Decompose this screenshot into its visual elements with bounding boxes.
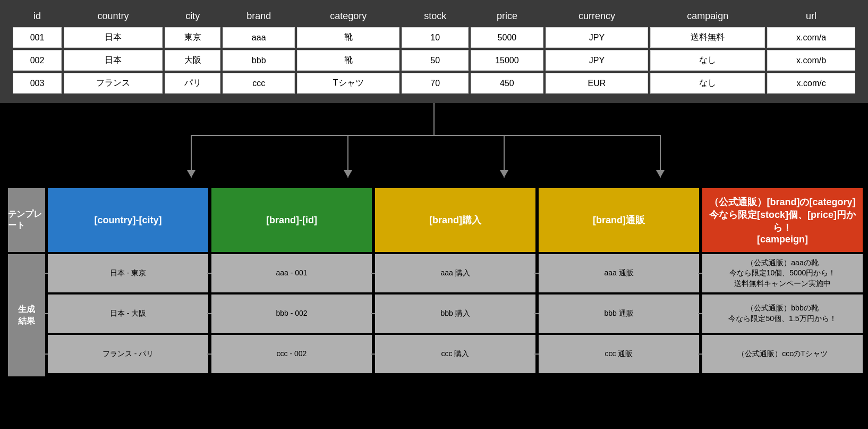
column-block-3: [brand]通販aaa 通販bbb 通販ccc 通販	[539, 188, 699, 376]
table-header-brand: brand	[223, 7, 295, 25]
result-cell-3-2: ccc 通販	[539, 335, 699, 373]
table-cell-1-5: 50	[402, 50, 469, 71]
table-cell-1-0: 002	[13, 50, 62, 71]
table-header-price: price	[471, 7, 543, 25]
result-cell-0-1: 日本 - 大阪	[48, 295, 208, 333]
table-header-row: idcountrycitybrandcategorystockpricecurr…	[13, 7, 855, 25]
column-block-1: [brand]-[id]aaa - 001bbb - 002ccc - 002	[211, 188, 372, 376]
template-label: テンプレート	[8, 188, 45, 252]
table-cell-2-0: 003	[13, 73, 62, 94]
table-header-country: country	[64, 7, 163, 25]
table-cell-2-1: フランス	[64, 73, 163, 94]
result-cell-2-1: bbb 購入	[375, 295, 535, 333]
table-cell-1-3: bbb	[223, 50, 295, 71]
table-header-url: url	[767, 7, 855, 25]
table-cell-1-4: 靴	[297, 50, 399, 71]
table-cell-0-8: 送料無料	[650, 27, 765, 48]
arrow-drop-3	[504, 135, 505, 178]
table-cell-2-9: x.com/c	[767, 73, 855, 94]
template-cell-1: [brand]-[id]	[211, 188, 372, 252]
result-cell-1-0: aaa - 001	[211, 254, 372, 292]
table-row-2: 003フランスパリcccTシャツ70450EURなしx.com/c	[13, 73, 855, 94]
columns-container: [country]-[city]日本 - 東京日本 - 大阪フランス - パリ[…	[48, 188, 863, 376]
table-cell-0-9: x.com/a	[767, 27, 855, 48]
table-cell-2-4: Tシャツ	[297, 73, 399, 94]
table-cell-0-4: 靴	[297, 27, 399, 48]
results-label: 生成結果	[8, 254, 45, 376]
result-cell-0-2: フランス - パリ	[48, 335, 208, 373]
bottom-section: テンプレート 生成結果 [country]-[city]日本 - 東京日本 - …	[0, 188, 868, 376]
arrow-head-3	[500, 170, 508, 178]
label-column: テンプレート 生成結果	[5, 188, 48, 376]
arrow-section	[0, 103, 868, 188]
table-cell-0-6: 5000	[471, 27, 543, 48]
result-cell-2-0: aaa 購入	[375, 254, 535, 292]
table-cell-2-7: EUR	[546, 73, 648, 94]
table-body: 001日本東京aaa靴105000JPY送料無料x.com/a002日本大阪bb…	[13, 27, 855, 94]
table-cell-0-5: 10	[402, 27, 469, 48]
table-header-city: city	[165, 7, 220, 25]
result-cell-3-1: bbb 通販	[539, 295, 699, 333]
table-cell-1-1: 日本	[64, 50, 163, 71]
table-cell-0-7: JPY	[546, 27, 648, 48]
result-cell-2-2: ccc 購入	[375, 335, 535, 373]
arrow-container	[0, 103, 868, 188]
template-cell-2: [brand]購入	[375, 188, 535, 252]
table-cell-2-8: なし	[650, 73, 765, 94]
result-cell-1-2: ccc - 002	[211, 335, 372, 373]
table-cell-1-8: なし	[650, 50, 765, 71]
table-cell-0-2: 東京	[165, 27, 220, 48]
horizontal-connector-line	[191, 135, 659, 136]
table-header-stock: stock	[402, 7, 469, 25]
table-header-currency: currency	[546, 7, 648, 25]
top-data-table-section: idcountrycitybrandcategorystockpricecurr…	[0, 0, 868, 103]
table-row-0: 001日本東京aaa靴105000JPY送料無料x.com/a	[13, 27, 855, 48]
arrow-head-2	[344, 170, 352, 178]
result-cell-3-0: aaa 通販	[539, 254, 699, 292]
table-cell-0-0: 001	[13, 27, 62, 48]
arrow-head-1	[187, 170, 195, 178]
table-cell-1-9: x.com/b	[767, 50, 855, 71]
template-cell-3: [brand]通販	[539, 188, 699, 252]
table-cell-0-1: 日本	[64, 27, 163, 48]
data-table: idcountrycitybrandcategorystockpricecurr…	[11, 5, 857, 96]
table-cell-2-3: ccc	[223, 73, 295, 94]
table-cell-1-2: 大阪	[165, 50, 220, 71]
result-cell-4-1: （公式通販）bbbの靴 今なら限定50個、1.5万円から！	[702, 295, 863, 333]
table-cell-1-6: 15000	[471, 50, 543, 71]
table-cell-1-7: JPY	[546, 50, 648, 71]
arrow-drop-4	[660, 135, 661, 178]
arrow-head-4	[656, 170, 665, 178]
template-cell-0: [country]-[city]	[48, 188, 208, 252]
main-vertical-line	[433, 103, 435, 135]
table-cell-2-6: 450	[471, 73, 543, 94]
result-cell-1-1: bbb - 002	[211, 295, 372, 333]
result-cell-4-2: （公式通販）cccのTシャツ	[702, 335, 863, 373]
column-block-2: [brand]購入aaa 購入bbb 購入ccc 購入	[375, 188, 535, 376]
table-header-category: category	[297, 7, 399, 25]
arrow-drop-2	[347, 135, 348, 178]
table-cell-0-3: aaa	[223, 27, 295, 48]
result-cell-4-0: （公式通販）aaaの靴 今なら限定10個、5000円から！ 送料無料キャンペーン…	[702, 254, 863, 292]
table-row-1: 002日本大阪bbb靴5015000JPYなしx.com/b	[13, 50, 855, 71]
table-header-campaign: campaign	[650, 7, 765, 25]
template-cell-4: （公式通販）[brand]の[category] 今なら限定[stock]個、[…	[702, 188, 863, 252]
result-cell-0-0: 日本 - 東京	[48, 254, 208, 292]
arrow-drop-1	[191, 135, 192, 178]
column-block-0: [country]-[city]日本 - 東京日本 - 大阪フランス - パリ	[48, 188, 208, 376]
table-cell-2-2: パリ	[165, 73, 220, 94]
table-header-id: id	[13, 7, 62, 25]
table-cell-2-5: 70	[402, 73, 469, 94]
column-block-4: （公式通販）[brand]の[category] 今なら限定[stock]個、[…	[702, 188, 863, 376]
